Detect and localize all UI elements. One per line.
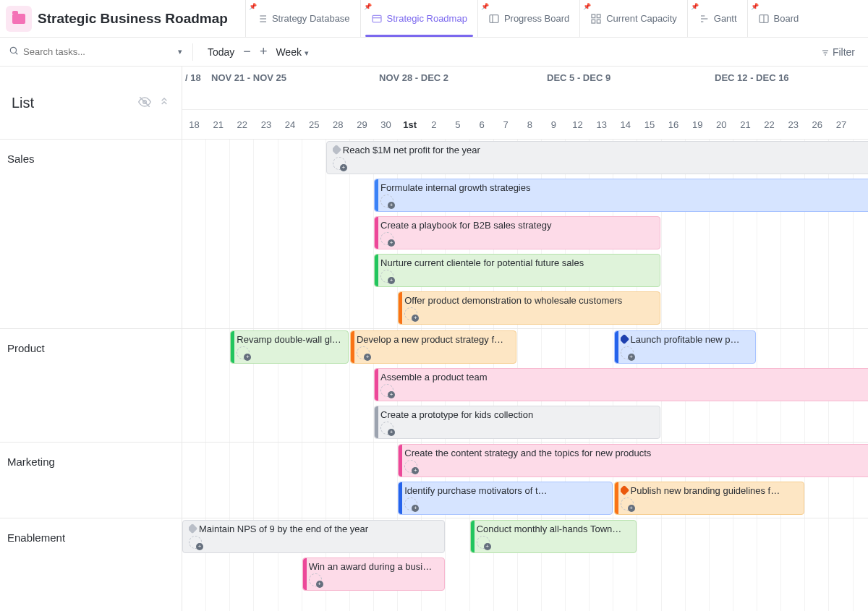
task-bar[interactable]: Create the content strategy and the topi…: [398, 444, 868, 477]
tab-board[interactable]: 📌Board: [747, 0, 809, 37]
task-bar[interactable]: Win an award during a busi…: [302, 557, 445, 591]
tab-current-capacity[interactable]: 📌Current Capacity: [579, 0, 687, 37]
today-button[interactable]: Today: [203, 43, 239, 61]
assignee-icon[interactable]: [404, 307, 417, 320]
assignee-icon[interactable]: [237, 346, 250, 359]
task-bar[interactable]: Develop a new product strategy f…: [350, 330, 516, 364]
timeline-icon: [371, 13, 383, 25]
day-cell: 22: [230, 119, 254, 130]
assignee-icon[interactable]: [621, 497, 634, 510]
visibility-icon[interactable]: [138, 95, 151, 111]
task-bar[interactable]: Create a prototype for kids collection: [374, 406, 660, 439]
assignee-icon[interactable]: [477, 536, 490, 549]
status-icon: [333, 145, 341, 155]
task-bar[interactable]: Offer product demonstration to wholesale…: [398, 291, 660, 325]
assignee-icon[interactable]: [380, 270, 393, 283]
assignee-icon[interactable]: [333, 157, 346, 170]
task-bar[interactable]: Launch profitable new p…: [614, 330, 757, 364]
tab-label: Current Capacity: [606, 13, 677, 24]
group-row: Create the content strategy and the topi…: [182, 443, 868, 518]
status-icon: [621, 334, 629, 344]
toolbar: ▾ Today − + Week ▾ Filter: [0, 38, 868, 67]
task-bar[interactable]: Publish new branding guidelines f…: [614, 482, 804, 515]
week-label: DEC 5 - DEC 9: [544, 72, 712, 109]
pin-icon: 📌: [249, 3, 257, 10]
day-cell: 9: [542, 119, 566, 130]
day-cell: 28: [326, 119, 350, 130]
task-bar[interactable]: Create a playbook for B2B sales strategy: [374, 216, 660, 249]
tab-strategy-database[interactable]: 📌Strategy Database: [245, 0, 360, 37]
collapse-icon[interactable]: [158, 95, 170, 111]
tab-label: Progress Board: [504, 13, 569, 24]
assignee-icon[interactable]: [621, 346, 634, 359]
day-cell: 13: [590, 119, 613, 130]
category-enablement[interactable]: Enablement: [0, 518, 182, 611]
pin-icon: 📌: [481, 3, 489, 10]
day-cell: 6: [470, 119, 494, 130]
task-label: Create a playbook for B2B sales strategy: [380, 220, 655, 231]
day-cell: 21: [733, 119, 757, 130]
task-label: Create a prototype for kids collection: [380, 409, 655, 420]
tab-gantt[interactable]: 📌Gantt: [687, 0, 747, 37]
day-cell: 16: [662, 119, 686, 130]
task-label: Formulate internal growth strategies: [380, 182, 868, 193]
task-label: Maintain NPS of 9 by the end of the year: [189, 524, 440, 534]
zoom-in-button[interactable]: +: [255, 41, 272, 62]
task-label: Create the content strategy and the topi…: [404, 448, 868, 458]
task-bar[interactable]: Maintain NPS of 9 by the end of the year: [182, 520, 445, 553]
assignee-icon[interactable]: [189, 536, 202, 549]
task-label: Launch profitable new p…: [621, 334, 752, 345]
scale-selector[interactable]: Week ▾: [271, 43, 312, 61]
task-bar[interactable]: Nurture current clientele for potential …: [374, 254, 660, 287]
day-cell: 8: [518, 119, 542, 130]
day-cell: 27: [829, 119, 853, 130]
gantt-area[interactable]: Reach $1M net profit for the yearFormula…: [182, 140, 868, 611]
assignee-icon[interactable]: [380, 384, 393, 397]
assignee-icon[interactable]: [357, 346, 370, 359]
assignee-icon[interactable]: [380, 195, 393, 208]
task-label: Identify purchase motivators of t…: [404, 485, 607, 496]
filter-button[interactable]: Filter: [817, 43, 859, 61]
week-label: NOV 21 - NOV 25: [208, 72, 376, 109]
zoom-out-button[interactable]: −: [239, 41, 255, 62]
task-label: Publish new branding guidelines f…: [621, 485, 799, 496]
day-cell: 23: [254, 119, 278, 130]
assignee-icon[interactable]: [309, 573, 322, 586]
tab-progress-board[interactable]: 📌Progress Board: [477, 0, 579, 37]
pin-icon: 📌: [583, 3, 591, 10]
group-row: Reach $1M net profit for the yearFormula…: [182, 140, 868, 329]
assignee-icon[interactable]: [404, 497, 417, 510]
day-cell: 12: [566, 119, 590, 130]
day-cell: 30: [374, 119, 398, 130]
assignee-icon[interactable]: [404, 460, 417, 473]
svg-rect-10: [592, 14, 595, 18]
board2-icon: [758, 13, 770, 25]
category-product[interactable]: Product: [0, 329, 182, 443]
tab-strategic-roadmap[interactable]: 📌Strategic Roadmap: [360, 0, 477, 37]
chevron-down-icon[interactable]: ▾: [178, 47, 182, 56]
task-label: Revamp double-wall gl…: [237, 334, 344, 345]
task-bar[interactable]: Revamp double-wall gl…: [230, 330, 349, 364]
task-bar[interactable]: Identify purchase motivators of t…: [398, 482, 612, 515]
day-cell: 24: [278, 119, 302, 130]
day-cell: 15: [637, 119, 661, 130]
category-sales[interactable]: Sales: [0, 140, 182, 329]
assignee-icon[interactable]: [380, 232, 393, 245]
task-bar[interactable]: Assemble a product team: [374, 368, 868, 401]
status-icon: [621, 485, 629, 495]
week-label: NOV 28 - DEC 2: [376, 72, 544, 109]
category-marketing[interactable]: Marketing: [0, 443, 182, 518]
folder-icon: [6, 6, 32, 32]
search-input[interactable]: [23, 46, 174, 57]
day-cell: 21: [206, 119, 230, 130]
list-group-header: List: [0, 67, 182, 139]
task-bar[interactable]: Conduct monthly all-hands Town…: [470, 520, 637, 553]
assignee-icon[interactable]: [380, 422, 393, 435]
list-group-title: List: [12, 95, 34, 111]
view-tabs: 📌Strategy Database📌Strategic Roadmap📌Pro…: [245, 0, 809, 37]
svg-rect-13: [592, 20, 595, 23]
task-bar[interactable]: Reach $1M net profit for the year: [326, 141, 868, 174]
task-bar[interactable]: Formulate internal growth strategies: [374, 179, 868, 212]
board-icon: [488, 13, 500, 25]
list-icon: [256, 13, 268, 25]
